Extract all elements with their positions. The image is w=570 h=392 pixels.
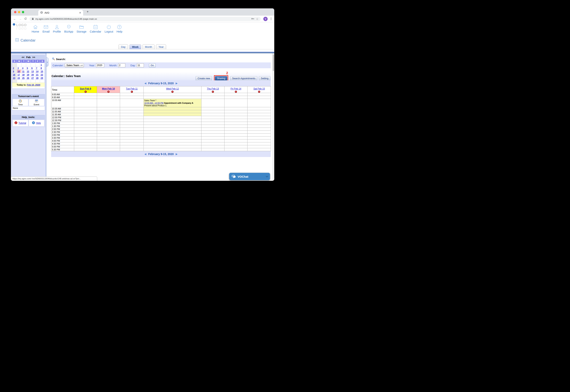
slot-cell[interactable] — [120, 125, 144, 128]
slot-cell[interactable] — [144, 93, 202, 96]
slot-cell[interactable] — [144, 110, 202, 113]
close-window-button[interactable] — [14, 11, 16, 13]
go-button[interactable]: Go — [149, 63, 156, 68]
minical-day-cell[interactable]: 3 — [17, 66, 21, 70]
slot-cell[interactable] — [120, 140, 144, 142]
setting-button[interactable]: Setting — [259, 76, 270, 81]
slot-cell[interactable] — [144, 134, 202, 137]
slot-cell[interactable] — [248, 122, 271, 125]
slot-cell[interactable] — [202, 110, 224, 113]
slot-cell[interactable] — [74, 96, 97, 99]
slot-cell[interactable] — [224, 96, 248, 99]
minimize-window-button[interactable] — [18, 11, 20, 13]
minical-day-link[interactable]: 23 — [13, 77, 15, 79]
slot-cell[interactable] — [248, 93, 271, 96]
minical-day-link[interactable]: 18 — [22, 73, 24, 76]
minical-day-link[interactable]: 26 — [27, 77, 29, 79]
minical-day-link[interactable]: 21 — [36, 73, 38, 76]
minical-day-cell[interactable]: 9 — [12, 70, 17, 73]
slot-cell[interactable] — [97, 119, 120, 122]
slot-cell[interactable] — [224, 128, 248, 131]
minical-day-cell[interactable]: 29 — [40, 76, 44, 79]
next-week-icon[interactable]: ▶ — [176, 153, 177, 155]
scrollbar-thumb[interactable] — [273, 55, 274, 71]
slot-cell[interactable] — [248, 148, 271, 151]
minical-day-cell[interactable]: 14 — [36, 70, 40, 73]
slot-cell[interactable] — [202, 131, 224, 134]
slot-cell[interactable] — [120, 113, 144, 116]
minical-day-link[interactable]: 7 — [36, 67, 37, 69]
minical-day-link[interactable]: 5 — [27, 67, 28, 69]
minical-day-cell[interactable]: 16 — [12, 73, 17, 76]
slot-cell[interactable] — [248, 113, 271, 116]
slot-cell[interactable] — [248, 131, 271, 134]
minical-day-cell[interactable]: 24 — [17, 76, 21, 79]
minical-day-cell[interactable]: 19 — [26, 73, 31, 76]
minical-day-cell[interactable]: 13 — [31, 70, 35, 73]
event-time-link[interactable]: 10:00 AM - 12:00 PM — [144, 102, 164, 104]
minical-day-link[interactable]: 17 — [17, 73, 20, 76]
minical-day-cell[interactable]: 27 — [31, 76, 35, 79]
event-appointment[interactable]: Sales Team *10:00 AM - 12:00 PM Appointm… — [144, 99, 201, 107]
nav-item-bizapp[interactable]: BizApp — [64, 24, 73, 33]
minical-day-link[interactable]: 11 — [22, 70, 24, 72]
slot-cell[interactable] — [74, 107, 97, 110]
slot-cell[interactable] — [97, 116, 120, 119]
slot-cell[interactable] — [224, 140, 248, 142]
slot-cell[interactable] — [74, 131, 97, 134]
slot-cell[interactable] — [74, 134, 97, 137]
slot-cell[interactable] — [97, 122, 120, 125]
slot-cell[interactable] — [202, 116, 224, 119]
slot-cell[interactable] — [224, 99, 248, 107]
day-link[interactable]: Mon Feb 10 — [102, 87, 115, 90]
day-link[interactable]: Fri Feb 14 — [231, 87, 241, 90]
minical-day-link[interactable]: 25 — [22, 77, 24, 79]
slot-cell[interactable] — [144, 131, 202, 134]
slot-cell[interactable] — [120, 128, 144, 131]
slot-cell[interactable] — [144, 142, 202, 145]
tutorial-link[interactable]: Tutorial — [18, 122, 26, 125]
slot-cell[interactable] — [224, 110, 248, 113]
slot-cell[interactable] — [248, 140, 271, 142]
minical-day-link[interactable]: 2 — [13, 67, 14, 69]
slot-cell[interactable] — [144, 119, 202, 122]
slot-cell[interactable] — [248, 107, 271, 110]
slot-cell[interactable] — [224, 137, 248, 140]
slot-cell[interactable] — [120, 119, 144, 122]
next-month-button[interactable]: >> — [32, 56, 35, 59]
slot-cell[interactable] — [248, 145, 271, 148]
profile-avatar[interactable]: V — [263, 17, 268, 21]
minical-day-link[interactable]: 29 — [41, 77, 43, 79]
tab-year[interactable]: Year — [156, 44, 166, 49]
slot-cell[interactable] — [97, 140, 120, 142]
minical-day-cell[interactable]: 22 — [40, 73, 44, 76]
slot-cell[interactable] — [202, 145, 224, 148]
next-week-icon[interactable]: ▶ — [176, 82, 177, 85]
slot-cell[interactable] — [248, 99, 271, 107]
slot-cell[interactable] — [248, 142, 271, 145]
slot-cell[interactable] — [202, 134, 224, 137]
slot-cell[interactable] — [74, 148, 97, 151]
slot-cell[interactable] — [97, 145, 120, 148]
slot-cell[interactable] — [202, 99, 224, 107]
browser-tab[interactable]: AVO ✕ — [38, 10, 83, 16]
slot-cell[interactable] — [248, 119, 271, 122]
slot-cell[interactable] — [248, 125, 271, 128]
minical-day-cell[interactable]: 12 — [26, 70, 31, 73]
forward-icon[interactable]: → — [19, 17, 22, 20]
slot-cell[interactable] — [202, 119, 224, 122]
minical-day-link[interactable]: 9 — [13, 70, 14, 72]
minical-day-link[interactable]: 14 — [36, 70, 38, 72]
slot-cell[interactable] — [120, 148, 144, 151]
prev-month-button[interactable]: << — [22, 56, 25, 59]
slot-cell[interactable] — [202, 93, 224, 96]
browser-menu-icon[interactable] — [270, 17, 272, 20]
address-bar[interactable]: my.agnx.com/-/vo/SID600313304fokiuzokcl1… — [29, 17, 261, 21]
prev-week-icon[interactable]: ◀ — [145, 82, 146, 85]
slot-cell[interactable] — [202, 96, 224, 99]
minical-day-cell[interactable]: 26 — [26, 76, 31, 79]
minical-day-link[interactable]: 28 — [36, 77, 38, 79]
month-input[interactable] — [118, 63, 125, 67]
slot-cell[interactable] — [74, 93, 97, 96]
slot-cell[interactable] — [97, 131, 120, 134]
